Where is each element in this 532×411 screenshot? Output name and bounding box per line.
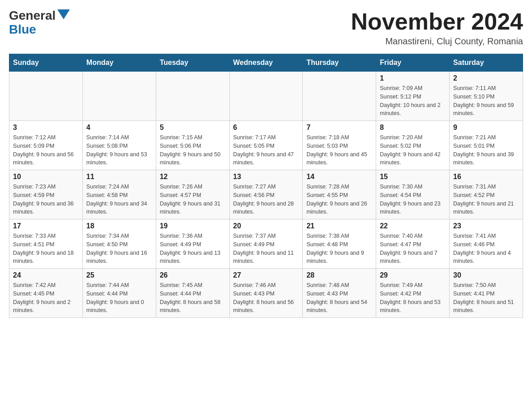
day-number: 23 [453,222,519,230]
day-info: Sunrise: 7:37 AM Sunset: 4:49 PM Dayligh… [233,232,299,265]
day-cell: 22Sunrise: 7:40 AM Sunset: 4:47 PM Dayli… [376,219,450,269]
day-info: Sunrise: 7:21 AM Sunset: 5:01 PM Dayligh… [453,133,519,167]
day-number: 15 [380,173,446,181]
day-cell: 24Sunrise: 7:42 AM Sunset: 4:45 PM Dayli… [9,269,83,318]
day-number: 14 [306,173,372,181]
day-cell: 16Sunrise: 7:31 AM Sunset: 4:52 PM Dayli… [450,170,523,219]
day-header-sunday: Sunday [9,54,83,72]
day-info: Sunrise: 7:44 AM Sunset: 4:44 PM Dayligh… [86,281,152,315]
day-info: Sunrise: 7:40 AM Sunset: 4:47 PM Dayligh… [380,232,446,265]
day-cell: 19Sunrise: 7:36 AM Sunset: 4:49 PM Dayli… [156,219,229,269]
day-cell: 20Sunrise: 7:37 AM Sunset: 4:49 PM Dayli… [229,219,303,269]
day-info: Sunrise: 7:26 AM Sunset: 4:57 PM Dayligh… [160,183,226,216]
week-row-3: 10Sunrise: 7:23 AM Sunset: 4:59 PM Dayli… [9,170,523,219]
month-title: November 2024 [351,9,523,34]
day-number: 29 [380,271,446,279]
day-cell: 26Sunrise: 7:45 AM Sunset: 4:44 PM Dayli… [156,269,229,318]
day-info: Sunrise: 7:15 AM Sunset: 5:06 PM Dayligh… [160,133,226,167]
day-number: 21 [306,222,372,230]
day-cell [303,72,376,121]
day-number: 2 [453,74,519,82]
day-cell: 29Sunrise: 7:49 AM Sunset: 4:42 PM Dayli… [376,269,450,318]
day-cell: 12Sunrise: 7:26 AM Sunset: 4:57 PM Dayli… [156,170,229,219]
day-cell: 21Sunrise: 7:38 AM Sunset: 4:48 PM Dayli… [303,219,376,269]
day-number: 24 [13,271,79,279]
day-number: 4 [86,124,152,132]
day-info: Sunrise: 7:45 AM Sunset: 4:44 PM Dayligh… [160,281,226,315]
day-number: 22 [380,222,446,230]
day-info: Sunrise: 7:30 AM Sunset: 4:54 PM Dayligh… [380,183,446,216]
logo: General Blue [9,9,70,37]
day-cell: 14Sunrise: 7:28 AM Sunset: 4:55 PM Dayli… [303,170,376,219]
day-header-friday: Friday [376,54,450,72]
day-number: 28 [306,271,372,279]
day-info: Sunrise: 7:23 AM Sunset: 4:59 PM Dayligh… [13,183,79,216]
day-header-wednesday: Wednesday [229,54,303,72]
day-number: 17 [13,222,79,230]
day-cell: 23Sunrise: 7:41 AM Sunset: 4:46 PM Dayli… [450,219,523,269]
day-cell [9,72,83,121]
day-cell [82,72,156,121]
day-info: Sunrise: 7:17 AM Sunset: 5:05 PM Dayligh… [233,133,299,167]
day-cell: 3Sunrise: 7:12 AM Sunset: 5:09 PM Daylig… [9,121,83,170]
day-info: Sunrise: 7:27 AM Sunset: 4:56 PM Dayligh… [233,183,299,216]
day-cell: 18Sunrise: 7:34 AM Sunset: 4:50 PM Dayli… [82,219,156,269]
title-area: November 2024 Manastireni, Cluj County, … [351,9,523,47]
day-info: Sunrise: 7:42 AM Sunset: 4:45 PM Dayligh… [13,281,79,315]
logo-general-text: General [9,9,56,23]
day-number: 25 [86,271,152,279]
day-number: 8 [380,124,446,132]
day-info: Sunrise: 7:18 AM Sunset: 5:03 PM Dayligh… [306,133,372,167]
week-row-1: 1Sunrise: 7:09 AM Sunset: 5:12 PM Daylig… [9,72,523,121]
day-info: Sunrise: 7:12 AM Sunset: 5:09 PM Dayligh… [13,133,79,167]
day-cell: 25Sunrise: 7:44 AM Sunset: 4:44 PM Dayli… [82,269,156,318]
day-cell: 13Sunrise: 7:27 AM Sunset: 4:56 PM Dayli… [229,170,303,219]
day-number: 5 [160,124,226,132]
day-cell: 7Sunrise: 7:18 AM Sunset: 5:03 PM Daylig… [303,121,376,170]
day-cell: 10Sunrise: 7:23 AM Sunset: 4:59 PM Dayli… [9,170,83,219]
day-info: Sunrise: 7:31 AM Sunset: 4:52 PM Dayligh… [453,183,519,216]
day-info: Sunrise: 7:41 AM Sunset: 4:46 PM Dayligh… [453,232,519,265]
day-info: Sunrise: 7:20 AM Sunset: 5:02 PM Dayligh… [380,133,446,167]
day-info: Sunrise: 7:34 AM Sunset: 4:50 PM Dayligh… [86,232,152,265]
day-header-row: SundayMondayTuesdayWednesdayThursdayFrid… [9,54,523,72]
day-cell: 28Sunrise: 7:48 AM Sunset: 4:43 PM Dayli… [303,269,376,318]
day-info: Sunrise: 7:11 AM Sunset: 5:10 PM Dayligh… [453,84,519,118]
day-number: 7 [306,124,372,132]
day-number: 16 [453,173,519,181]
day-info: Sunrise: 7:48 AM Sunset: 4:43 PM Dayligh… [306,281,372,315]
day-number: 10 [13,173,79,181]
day-cell: 9Sunrise: 7:21 AM Sunset: 5:01 PM Daylig… [450,121,523,170]
day-cell: 17Sunrise: 7:33 AM Sunset: 4:51 PM Dayli… [9,219,83,269]
day-number: 6 [233,124,299,132]
day-header-saturday: Saturday [450,54,523,72]
day-info: Sunrise: 7:46 AM Sunset: 4:43 PM Dayligh… [233,281,299,315]
day-number: 26 [160,271,226,279]
day-number: 12 [160,173,226,181]
week-row-4: 17Sunrise: 7:33 AM Sunset: 4:51 PM Dayli… [9,219,523,269]
day-number: 27 [233,271,299,279]
day-number: 13 [233,173,299,181]
week-row-2: 3Sunrise: 7:12 AM Sunset: 5:09 PM Daylig… [9,121,523,170]
page-header: General Blue November 2024 Manastireni, … [9,9,523,47]
day-number: 18 [86,222,152,230]
logo-triangle-icon [57,9,70,19]
day-cell [156,72,229,121]
day-number: 19 [160,222,226,230]
day-cell: 15Sunrise: 7:30 AM Sunset: 4:54 PM Dayli… [376,170,450,219]
day-number: 9 [453,124,519,132]
day-info: Sunrise: 7:28 AM Sunset: 4:55 PM Dayligh… [306,183,372,216]
day-cell: 6Sunrise: 7:17 AM Sunset: 5:05 PM Daylig… [229,121,303,170]
day-cell [229,72,303,121]
day-number: 30 [453,271,519,279]
day-number: 11 [86,173,152,181]
day-cell: 2Sunrise: 7:11 AM Sunset: 5:10 PM Daylig… [450,72,523,121]
day-info: Sunrise: 7:38 AM Sunset: 4:48 PM Dayligh… [306,232,372,265]
day-number: 20 [233,222,299,230]
day-cell: 8Sunrise: 7:20 AM Sunset: 5:02 PM Daylig… [376,121,450,170]
day-cell: 30Sunrise: 7:50 AM Sunset: 4:41 PM Dayli… [450,269,523,318]
day-info: Sunrise: 7:09 AM Sunset: 5:12 PM Dayligh… [380,84,446,118]
calendar-table: SundayMondayTuesdayWednesdayThursdayFrid… [9,54,523,318]
day-number: 3 [13,124,79,132]
location-subtitle: Manastireni, Cluj County, Romania [351,36,523,47]
